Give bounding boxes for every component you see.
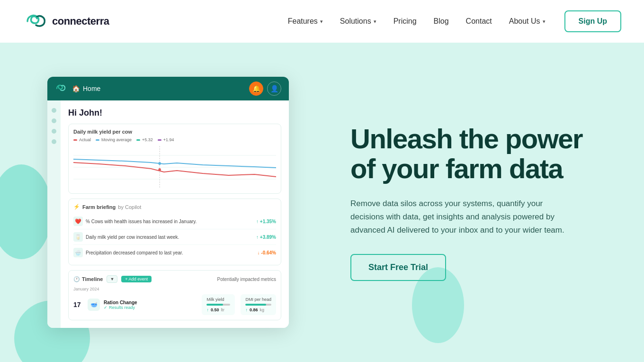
app-main-content: Hi John! Daily milk yield per cow Actual bbox=[61, 100, 289, 328]
nav-item-features[interactable]: Features ▾ bbox=[288, 17, 323, 26]
legend-color-actual bbox=[73, 139, 77, 141]
briefing-row-2: 🥛 Daily milk yield per cow increased las… bbox=[73, 229, 276, 245]
up-arrow-icon-2: ↑ bbox=[245, 308, 248, 312]
timeline-event-icon: 🥣 bbox=[88, 299, 100, 311]
hero-subtext: Remove data silos across your systems, q… bbox=[350, 197, 578, 237]
metric-milk-value: 0.50 bbox=[211, 308, 219, 312]
app-logo-icon bbox=[55, 83, 66, 94]
hero-headline: Unleash the power of your farm data bbox=[350, 124, 621, 184]
briefing-row-3: 🌧️ Precipitation decreased compared to l… bbox=[73, 245, 276, 260]
timeline-metrics: Milk yield ↑ 0.50 ltr bbox=[202, 294, 276, 315]
metric-milk-unit: ltr bbox=[221, 308, 225, 312]
chevron-down-icon: ▾ bbox=[320, 18, 323, 25]
home-icon: 🏠 bbox=[72, 85, 80, 92]
timeline-event-name: Ration Change bbox=[104, 300, 198, 305]
legend-color-delta1 bbox=[136, 139, 140, 141]
metric-dmi-per-head: DMI per head ↑ 0.86 kg bbox=[241, 294, 276, 315]
timeline-card: 🕐 Timeline ▼ + Add event Potentially imp… bbox=[68, 270, 281, 320]
briefing-text-2: Daily milk yield per cow increased last … bbox=[86, 235, 179, 240]
timeline-add-event-button[interactable]: + Add event bbox=[121, 276, 152, 282]
hero-content: Unleash the power of your farm data Remo… bbox=[313, 124, 621, 281]
metric-dmi-bar bbox=[245, 304, 271, 306]
briefing-icon-rain: 🌧️ bbox=[73, 248, 83, 257]
app-header-title: 🏠 Home bbox=[72, 85, 243, 92]
timeline-event-info: Ration Change ✓ Results ready bbox=[104, 300, 198, 310]
navbar: connecterra Features ▾ Solutions ▾ Prici… bbox=[0, 0, 644, 43]
farm-briefing-card: ⚡ Farm briefing by Copilot ❤️ % Cows wit… bbox=[68, 199, 281, 265]
sidebar-dot-2 bbox=[52, 118, 56, 123]
briefing-row-1: ❤️ % Cows with health issues has increas… bbox=[73, 214, 276, 229]
signup-button[interactable]: Sign Up bbox=[564, 10, 621, 32]
app-header: 🏠 Home 🔔 👤 bbox=[47, 77, 289, 100]
nav-item-contact[interactable]: Contact bbox=[466, 17, 492, 26]
sidebar-dot-4 bbox=[52, 139, 56, 144]
metric-dmi-value: 0.86 bbox=[250, 308, 258, 312]
legend-color-moving-avg bbox=[96, 139, 99, 141]
briefing-text-3: Precipitation decreased compared to last… bbox=[86, 250, 183, 255]
app-body: Hi John! Daily milk yield per cow Actual bbox=[47, 100, 289, 328]
logo-icon bbox=[23, 12, 47, 31]
up-arrow-icon: ↑ bbox=[206, 308, 209, 312]
legend-item-delta1: +5.32 bbox=[136, 137, 153, 142]
briefing-icon-milk: 🥛 bbox=[73, 232, 83, 242]
briefing-icon-health: ❤️ bbox=[73, 217, 83, 226]
timeline-metrics-title: Potentially impacted metrics bbox=[155, 277, 276, 282]
timeline-row: 17 🥣 Ration Change ✓ Results ready bbox=[73, 294, 276, 315]
metric-milk-yield: Milk yield ↑ 0.50 ltr bbox=[202, 294, 235, 315]
nav-links: Features ▾ Solutions ▾ Pricing Blog Cont… bbox=[288, 17, 546, 26]
timeline-filter-button[interactable]: ▼ bbox=[107, 275, 117, 283]
blob-left-decoration bbox=[0, 164, 52, 259]
metric-milk-bar bbox=[206, 304, 230, 306]
logo-link[interactable]: connecterra bbox=[23, 12, 109, 31]
metric-dmi-unit: kg bbox=[260, 308, 265, 312]
briefing-by: by Copilot bbox=[118, 204, 141, 210]
legend-item-delta2: +1.94 bbox=[158, 137, 174, 142]
timeline-header: 🕐 Timeline ▼ + Add event Potentially imp… bbox=[73, 275, 276, 283]
chevron-down-icon: ▾ bbox=[543, 18, 546, 25]
app-greeting: Hi John! bbox=[68, 108, 281, 118]
notification-bell-icon[interactable]: 🔔 bbox=[249, 81, 263, 96]
briefing-change-1: ↑ +1.35% bbox=[256, 219, 276, 224]
briefing-header: ⚡ Farm briefing by Copilot bbox=[73, 204, 276, 210]
app-mockup-wrapper: 🏠 Home 🔔 👤 Hi John bbox=[47, 77, 313, 328]
chart-legend: Actual Moving average +5.32 bbox=[73, 137, 276, 142]
nav-item-solutions[interactable]: Solutions ▾ bbox=[340, 17, 376, 26]
timeline-event-status: ✓ Results ready bbox=[104, 305, 198, 310]
briefing-change-3: ↓ -0.64% bbox=[258, 250, 276, 255]
briefing-text-1: % Cows with health issues has increased … bbox=[86, 219, 197, 224]
legend-item-moving-avg: Moving average bbox=[96, 137, 132, 142]
user-profile-icon[interactable]: 👤 bbox=[267, 81, 281, 96]
briefing-change-2: ↑ +3.89% bbox=[256, 235, 276, 240]
nav-item-about[interactable]: About Us ▾ bbox=[509, 17, 546, 26]
chart-title: Daily milk yield per cow bbox=[73, 129, 276, 135]
svg-point-4 bbox=[158, 168, 161, 171]
svg-point-5 bbox=[158, 162, 161, 165]
logo-text: connecterra bbox=[52, 15, 109, 27]
start-free-trial-button[interactable]: Start Free Trial bbox=[350, 254, 446, 281]
legend-item-actual: Actual bbox=[73, 137, 91, 142]
app-header-icons: 🔔 👤 bbox=[249, 81, 281, 96]
metric-dmi-label: DMI per head bbox=[245, 297, 271, 302]
timeline-section-label: January 2024 bbox=[73, 287, 276, 291]
timeline-title: 🕐 Timeline bbox=[73, 276, 103, 282]
chevron-down-icon: ▾ bbox=[374, 18, 376, 25]
chart-card: Daily milk yield per cow Actual Moving a… bbox=[68, 124, 281, 194]
metric-milk-label: Milk yield bbox=[206, 297, 230, 302]
nav-item-pricing[interactable]: Pricing bbox=[394, 17, 417, 26]
sidebar-dot-3 bbox=[52, 129, 56, 134]
app-mockup: 🏠 Home 🔔 👤 Hi John bbox=[47, 77, 289, 328]
nav-item-blog[interactable]: Blog bbox=[434, 17, 449, 26]
briefing-icon: ⚡ bbox=[73, 204, 80, 210]
clock-icon: 🕐 bbox=[73, 276, 80, 282]
sidebar-dot-1 bbox=[52, 108, 56, 113]
legend-color-delta2 bbox=[158, 139, 161, 141]
hero-section: 🏠 Home 🔔 👤 Hi John bbox=[0, 43, 644, 362]
chart-area bbox=[73, 146, 276, 189]
timeline-date: 17 bbox=[73, 301, 84, 308]
app-sidebar bbox=[47, 100, 61, 328]
metric-milk-bar-fill bbox=[206, 304, 223, 306]
metric-dmi-bar-fill bbox=[245, 304, 266, 306]
briefing-title: Farm briefing bbox=[82, 204, 116, 210]
